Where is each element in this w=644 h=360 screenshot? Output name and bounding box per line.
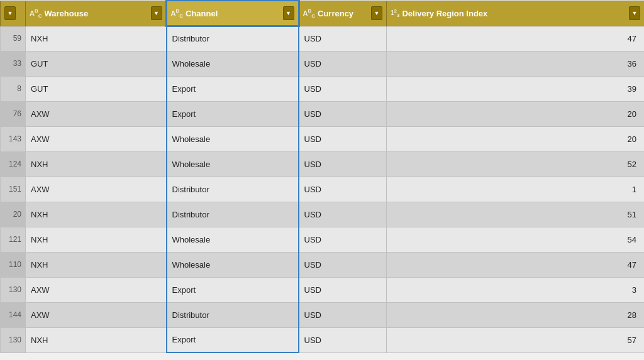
num-delivery-icon: 123 — [391, 8, 399, 18]
data-table: ABC Warehouse ABC Channel ABC Curr — [0, 0, 644, 360]
row-delivery: 39 — [387, 76, 645, 101]
row-channel: Distributor — [167, 302, 299, 327]
sort-index-button[interactable] — [4, 6, 16, 20]
abc-currency-icon: ABC — [303, 8, 316, 19]
table-row: 121NXHWholesaleUSD54 — [1, 227, 645, 252]
header-row: ABC Warehouse ABC Channel ABC Curr — [1, 1, 645, 26]
row-channel: Wholesale — [167, 252, 299, 277]
row-channel: Wholesale — [167, 126, 299, 151]
row-channel: Export — [167, 327, 299, 352]
row-delivery: 20 — [387, 101, 645, 126]
col-header-index[interactable] — [1, 1, 26, 26]
table-row: 8GUTExportUSD39 — [1, 76, 645, 101]
row-currency: USD — [299, 302, 387, 327]
row-currency: USD — [299, 202, 387, 227]
channel-header-label: Channel — [186, 9, 280, 18]
row-currency: USD — [299, 76, 387, 101]
row-warehouse: GUT — [26, 51, 167, 76]
row-currency: USD — [299, 327, 387, 352]
row-delivery: 47 — [387, 252, 645, 277]
row-currency: USD — [299, 51, 387, 76]
table-row: 110NXHWholesaleUSD47 — [1, 252, 645, 277]
row-index: 144 — [1, 302, 26, 327]
sort-warehouse-button[interactable] — [151, 6, 162, 20]
row-index: 59 — [1, 26, 26, 51]
row-channel: Wholesale — [167, 151, 299, 177]
col-header-delivery[interactable]: 123 Delivery Region Index — [387, 1, 645, 26]
abc-warehouse-icon: ABC — [30, 8, 42, 19]
row-index: 8 — [1, 76, 26, 101]
col-header-currency[interactable]: ABC Currency — [299, 1, 387, 26]
table-row: 124NXHWholesaleUSD52 — [1, 151, 645, 177]
row-index: 151 — [1, 177, 26, 202]
sort-delivery-button[interactable] — [629, 6, 640, 20]
table-row: 59NXHDistributorUSD47 — [1, 26, 645, 51]
row-index: 130 — [1, 327, 26, 352]
row-currency: USD — [299, 126, 387, 151]
sort-currency-button[interactable] — [371, 6, 382, 20]
table-row: 76AXWExportUSD20 — [1, 101, 645, 126]
currency-header-label: Currency — [318, 9, 369, 18]
row-currency: USD — [299, 26, 387, 51]
row-index: 124 — [1, 151, 26, 177]
row-index: 20 — [1, 202, 26, 227]
row-warehouse: AXW — [26, 126, 167, 151]
row-currency: USD — [299, 177, 387, 202]
row-currency: USD — [299, 101, 387, 126]
row-delivery: 47 — [387, 26, 645, 51]
row-warehouse: AXW — [26, 101, 167, 126]
row-warehouse: NXH — [26, 227, 167, 252]
abc-channel-icon: ABC — [171, 8, 184, 19]
row-index: 33 — [1, 51, 26, 76]
row-warehouse: AXW — [26, 277, 167, 302]
row-channel: Distributor — [167, 26, 299, 51]
table-row: 144AXWDistributorUSD28 — [1, 302, 645, 327]
row-channel: Distributor — [167, 202, 299, 227]
row-channel: Export — [167, 277, 299, 302]
table-row: 20NXHDistributorUSD51 — [1, 202, 645, 227]
row-warehouse: GUT — [26, 76, 167, 101]
row-delivery: 28 — [387, 302, 645, 327]
row-delivery: 20 — [387, 126, 645, 151]
warehouse-header-label: Warehouse — [45, 9, 148, 18]
sort-channel-button[interactable] — [283, 6, 294, 20]
row-index: 143 — [1, 126, 26, 151]
col-header-warehouse[interactable]: ABC Warehouse — [26, 1, 167, 26]
table-row: 151AXWDistributorUSD1 — [1, 177, 645, 202]
row-warehouse: NXH — [26, 151, 167, 177]
row-warehouse: NXH — [26, 252, 167, 277]
row-index: 121 — [1, 227, 26, 252]
row-currency: USD — [299, 252, 387, 277]
row-channel: Export — [167, 76, 299, 101]
row-channel: Distributor — [167, 177, 299, 202]
row-currency: USD — [299, 151, 387, 177]
table-row: 130NXHExportUSD57 — [1, 327, 645, 352]
row-warehouse: NXH — [26, 202, 167, 227]
table-body: 59NXHDistributorUSD4733GUTWholesaleUSD36… — [1, 26, 645, 352]
row-index: 130 — [1, 277, 26, 302]
delivery-header-label: Delivery Region Index — [402, 9, 626, 18]
row-channel: Wholesale — [167, 51, 299, 76]
table-row: 143AXWWholesaleUSD20 — [1, 126, 645, 151]
row-delivery: 3 — [387, 277, 645, 302]
table-row: 130AXWExportUSD3 — [1, 277, 645, 302]
col-header-channel[interactable]: ABC Channel — [167, 1, 299, 26]
table-row: 33GUTWholesaleUSD36 — [1, 51, 645, 76]
row-delivery: 51 — [387, 202, 645, 227]
row-warehouse: AXW — [26, 302, 167, 327]
row-delivery: 1 — [387, 177, 645, 202]
row-delivery: 36 — [387, 51, 645, 76]
row-currency: USD — [299, 277, 387, 302]
row-channel: Wholesale — [167, 227, 299, 252]
row-delivery: 57 — [387, 327, 645, 352]
row-channel: Export — [167, 101, 299, 126]
row-index: 76 — [1, 101, 26, 126]
row-delivery: 54 — [387, 227, 645, 252]
row-delivery: 52 — [387, 151, 645, 177]
row-warehouse: NXH — [26, 327, 167, 352]
row-currency: USD — [299, 227, 387, 252]
row-index: 110 — [1, 252, 26, 277]
row-warehouse: NXH — [26, 26, 167, 51]
row-warehouse: AXW — [26, 177, 167, 202]
